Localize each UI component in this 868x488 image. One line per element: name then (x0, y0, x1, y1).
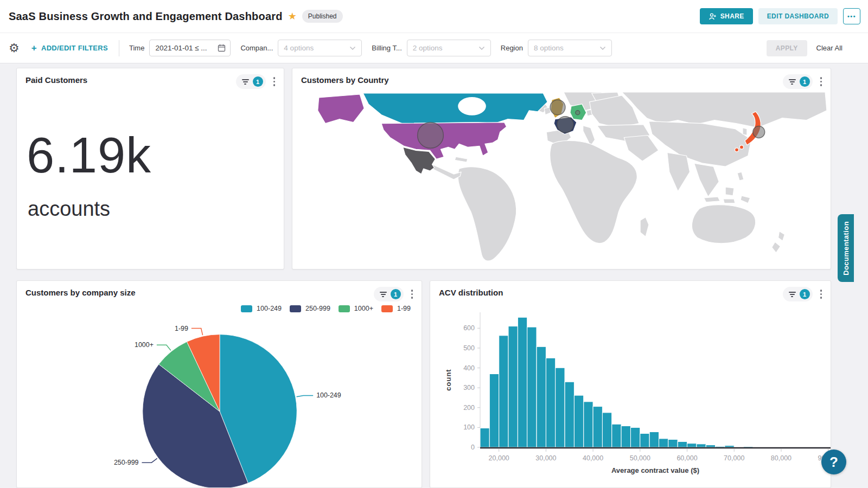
map-bubble[interactable] (753, 126, 765, 138)
region-filter-label: Region (501, 44, 523, 52)
billing-filter-dropdown[interactable]: 2 options (407, 40, 491, 56)
histogram-area: 010020030040050060020,00030,00040,00050,… (430, 305, 831, 487)
time-filter-label: Time (129, 44, 144, 52)
question-mark-icon: ? (829, 454, 838, 471)
kpi-value: 6.19k (27, 127, 151, 184)
y-axis-title: count (444, 369, 452, 390)
region-filter-value: 8 options (534, 44, 599, 52)
documentation-tab[interactable]: Documentation (838, 214, 854, 282)
histogram-bar[interactable] (489, 374, 499, 448)
apply-filters-button[interactable]: APPLY (767, 40, 807, 56)
histogram-bar[interactable] (499, 336, 508, 447)
widget-filter-pill[interactable]: 1 (783, 287, 813, 301)
histogram-chart: 010020030040050060020,00030,00040,00050,… (430, 305, 831, 488)
widget-menu-kebab-icon[interactable] (818, 75, 825, 88)
y-tick-label: 100 (463, 423, 475, 431)
country-usa-alaska[interactable] (318, 94, 364, 124)
widget-filter-pill[interactable]: 1 (783, 74, 813, 89)
filter-count-badge: 1 (391, 289, 401, 299)
pie-callout-line (297, 395, 314, 396)
map-bubble[interactable] (550, 100, 565, 115)
country-australia (692, 205, 755, 243)
histogram-bar[interactable] (697, 444, 706, 447)
histogram-bar[interactable] (659, 439, 668, 447)
x-tick-label: 70,000 (724, 454, 744, 462)
company-filter-dropdown[interactable]: 4 options (278, 40, 362, 56)
histogram-bar[interactable] (716, 446, 725, 447)
histogram-bar[interactable] (480, 428, 489, 448)
histogram-bar[interactable] (508, 326, 518, 447)
time-filter-input[interactable]: 2021-01-01 ≤ ... (149, 40, 231, 56)
widget-menu-kebab-icon[interactable] (409, 288, 416, 300)
calendar-icon (218, 44, 226, 52)
country-japan-islet[interactable] (735, 148, 739, 152)
filter-count-badge: 1 (800, 76, 810, 87)
country-ireland (544, 107, 551, 115)
card-title: Paid Customers (25, 75, 87, 85)
map-bubble[interactable] (576, 111, 580, 115)
filter-count-badge: 1 (800, 289, 810, 299)
region-central-america (430, 163, 461, 179)
histogram-bar[interactable] (574, 395, 583, 447)
histogram-bar[interactable] (565, 382, 574, 447)
histogram-bar[interactable] (687, 444, 697, 447)
x-tick-label: 30,000 (535, 454, 556, 462)
histogram-bar[interactable] (631, 427, 640, 447)
pie-callout-line (142, 458, 157, 463)
world-map[interactable] (292, 92, 831, 269)
histogram-bar[interactable] (640, 433, 649, 447)
histogram-bar[interactable] (593, 407, 602, 447)
company-filter-label: Compan... (240, 44, 273, 52)
histogram-bar[interactable] (725, 446, 734, 447)
pie-callout-label: 1000+ (135, 341, 154, 349)
pie-callout-line (192, 329, 203, 336)
add-edit-filters-button[interactable]: + ADD/EDIT FILTERS (31, 43, 108, 54)
histogram-bar[interactable] (706, 445, 715, 447)
country-usa[interactable] (381, 123, 507, 159)
edit-dashboard-button[interactable]: EDIT DASHBOARD (758, 8, 838, 24)
region-central-asia-china (649, 121, 751, 166)
histogram-bar[interactable] (668, 439, 678, 447)
histogram-bar[interactable] (527, 327, 537, 447)
favorite-star-icon[interactable]: ★ (288, 10, 297, 22)
pie-chart-area: 100-249250-9991000+1-99 (17, 305, 422, 487)
share-button[interactable]: SHARE (700, 8, 753, 24)
help-button[interactable]: ? (821, 450, 846, 474)
country-japan-islet[interactable] (739, 145, 743, 149)
share-person-plus-icon (709, 12, 717, 21)
y-tick-label: 0 (471, 444, 475, 451)
continent-south-america (458, 167, 516, 261)
card-title: Customers by company size (25, 288, 136, 297)
histogram-bar[interactable] (621, 426, 630, 448)
histogram-bar[interactable] (518, 317, 527, 447)
filter-bar-divider (119, 40, 119, 56)
widget-menu-kebab-icon[interactable] (271, 75, 278, 88)
pie-callout-label: 1-99 (175, 325, 188, 332)
region-filter-dropdown[interactable]: 8 options (528, 40, 612, 56)
chevron-down-icon (599, 46, 606, 50)
header-more-button[interactable]: ••• (843, 8, 860, 24)
add-edit-filters-label: ADD/EDIT FILTERS (41, 44, 108, 52)
histogram-bar[interactable] (556, 368, 565, 447)
country-indonesia (704, 197, 720, 202)
histogram-bar[interactable] (546, 358, 555, 447)
country-philippines (737, 172, 744, 181)
histogram-bar[interactable] (584, 402, 593, 447)
clear-all-filters-button[interactable]: Clear All (816, 44, 843, 52)
widget-filter-pill[interactable]: 1 (236, 74, 266, 89)
kpi-unit: accounts (28, 197, 110, 221)
map-bubble[interactable] (418, 123, 444, 149)
map-bubble[interactable] (557, 117, 573, 133)
widget-menu-kebab-icon[interactable] (818, 288, 825, 300)
histogram-bar[interactable] (537, 346, 546, 447)
histogram-bar[interactable] (678, 441, 687, 447)
histogram-bar[interactable] (602, 413, 611, 447)
acv-distribution-card: ACV distribution 1 010020030040050060020… (430, 280, 831, 488)
histogram-bar[interactable] (649, 432, 659, 447)
pie-callout-label: 100-249 (316, 391, 341, 399)
country-canada[interactable] (363, 93, 547, 124)
widget-filter-pill[interactable]: 1 (374, 287, 404, 301)
filter-settings-gear-icon[interactable]: ⚙ (9, 42, 20, 54)
x-tick-label: 80,000 (771, 454, 792, 462)
histogram-bar[interactable] (612, 424, 621, 447)
